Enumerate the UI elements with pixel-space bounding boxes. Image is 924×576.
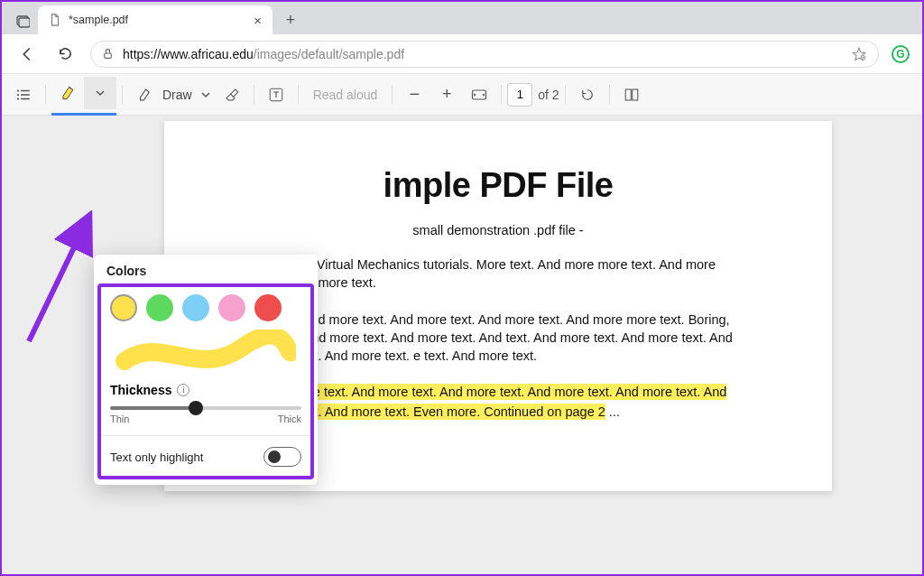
color-swatches xyxy=(110,293,301,327)
tab-title: *sample.pdf xyxy=(69,14,128,26)
pdf-toolbar: Draw Read aloud − + of 2 xyxy=(2,74,922,116)
svg-rect-7 xyxy=(21,94,30,96)
erase-button[interactable] xyxy=(216,79,248,111)
zoom-out-button[interactable]: − xyxy=(398,79,430,111)
color-swatch-blue[interactable] xyxy=(182,294,209,321)
new-tab-button[interactable]: + xyxy=(278,7,303,33)
color-swatch-red[interactable] xyxy=(254,294,282,321)
back-button[interactable] xyxy=(14,42,40,67)
add-text-button[interactable] xyxy=(260,79,292,111)
svg-point-4 xyxy=(17,89,19,91)
svg-rect-5 xyxy=(21,89,30,91)
svg-rect-1 xyxy=(19,18,30,27)
browser-tab[interactable]: *sample.pdf × xyxy=(38,5,273,34)
draw-button[interactable] xyxy=(128,79,161,111)
doc-intro: small demonstration .pdf file - xyxy=(263,223,733,237)
highlight-options-popup: Colors Thickness i xyxy=(94,255,318,485)
doc-title: imple PDF File xyxy=(263,166,733,205)
read-aloud-button[interactable]: Read aloud xyxy=(304,88,387,102)
draw-dropdown-button[interactable] xyxy=(196,79,216,111)
tab-actions-button[interactable] xyxy=(7,7,38,34)
svg-rect-2 xyxy=(105,53,112,58)
thin-label: Thin xyxy=(110,413,129,424)
svg-rect-12 xyxy=(625,89,631,100)
highlight-preview xyxy=(110,327,301,377)
svg-rect-13 xyxy=(632,89,637,100)
svg-rect-9 xyxy=(21,98,30,99)
text-only-highlight-label: Text only highlight xyxy=(110,451,203,464)
colors-heading: Colors xyxy=(94,255,318,283)
rotate-button[interactable] xyxy=(571,79,604,111)
grammarly-extension-icon[interactable]: G xyxy=(892,45,910,63)
page-total-label: of 2 xyxy=(538,88,559,102)
contents-button[interactable] xyxy=(7,79,40,111)
draw-label: Draw xyxy=(161,88,196,102)
page-number-input[interactable] xyxy=(507,83,532,107)
thickness-slider[interactable]: Thin Thick xyxy=(110,406,301,424)
chevron-down-icon xyxy=(201,90,210,99)
doc-paragraph-1: se in the Virtual Mechanics tutorials. M… xyxy=(263,255,733,293)
fit-width-button[interactable] xyxy=(463,79,495,111)
svg-point-8 xyxy=(17,98,19,99)
page-view-button[interactable] xyxy=(615,79,648,111)
svg-line-15 xyxy=(29,219,88,341)
thickness-heading: Thickness i xyxy=(110,383,301,397)
zoom-in-button[interactable]: + xyxy=(430,79,463,111)
highlight-dropdown-button[interactable] xyxy=(84,77,116,109)
thick-label: Thick xyxy=(278,413,301,424)
document-icon xyxy=(49,14,61,26)
color-swatch-green[interactable] xyxy=(146,294,173,321)
close-tab-icon[interactable]: × xyxy=(254,13,262,28)
doc-link[interactable]: Sample xyxy=(263,441,733,455)
info-icon[interactable]: i xyxy=(177,384,189,396)
svg-point-6 xyxy=(17,93,19,95)
window-tabstrip: *sample.pdf × + xyxy=(2,2,922,34)
chevron-down-icon xyxy=(96,88,105,98)
doc-paragraph-2: e text. And more text. And more text. An… xyxy=(263,311,733,366)
refresh-button[interactable] xyxy=(52,42,78,67)
favorite-button[interactable] xyxy=(851,46,867,62)
url-text: https://www.africau.edu/images/default/s… xyxy=(123,47,404,61)
pdf-viewport: imple PDF File small demonstration .pdf … xyxy=(2,116,922,574)
highlight-button[interactable] xyxy=(51,77,84,109)
address-bar[interactable]: https://www.africau.edu/images/default/s… xyxy=(90,41,879,68)
text-only-highlight-toggle[interactable] xyxy=(263,447,301,467)
color-swatch-yellow[interactable] xyxy=(110,294,137,321)
address-row: https://www.africau.edu/images/default/s… xyxy=(2,34,922,74)
doc-highlighted-paragraph: And more text. And more text. And more t… xyxy=(263,383,733,423)
highlight-tool-group xyxy=(51,74,116,116)
color-swatch-pink[interactable] xyxy=(218,294,245,321)
lock-icon xyxy=(102,48,114,60)
